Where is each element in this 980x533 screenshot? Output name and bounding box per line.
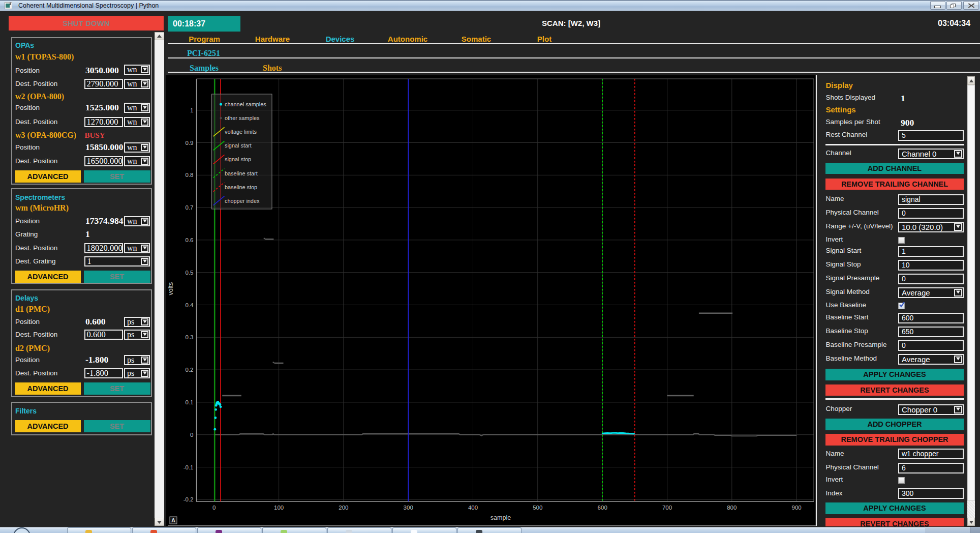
- svg-text:0.8: 0.8: [186, 172, 194, 178]
- svg-text:voltage limits: voltage limits: [225, 129, 257, 135]
- svg-text:volts: volts: [167, 282, 174, 295]
- svg-text:signal start: signal start: [225, 142, 252, 149]
- svg-text:sample: sample: [491, 514, 511, 521]
- svg-text:0.6: 0.6: [186, 237, 194, 243]
- svg-text:0: 0: [190, 432, 193, 438]
- svg-text:300: 300: [404, 505, 413, 511]
- svg-text:0.1: 0.1: [186, 399, 194, 405]
- svg-text:channel samples: channel samples: [225, 101, 266, 107]
- svg-text:600: 600: [598, 505, 607, 511]
- svg-text:signal stop: signal stop: [225, 156, 251, 162]
- svg-text:900: 900: [792, 505, 802, 511]
- svg-text:800: 800: [727, 505, 737, 511]
- svg-text:baseline stop: baseline stop: [225, 184, 257, 190]
- svg-text:100: 100: [274, 505, 284, 511]
- svg-text:-0.2: -0.2: [183, 496, 194, 502]
- svg-text:-0.1: -0.1: [183, 464, 194, 470]
- svg-text:500: 500: [533, 505, 542, 511]
- svg-text:0.4: 0.4: [186, 302, 194, 308]
- svg-text:0.2: 0.2: [186, 367, 194, 373]
- svg-text:0.9: 0.9: [186, 140, 194, 146]
- svg-text:200: 200: [339, 505, 348, 511]
- svg-text:0.7: 0.7: [186, 204, 194, 211]
- svg-text:other samples: other samples: [225, 115, 260, 121]
- svg-text:0.3: 0.3: [186, 334, 194, 340]
- svg-text:400: 400: [468, 505, 478, 511]
- svg-text:A: A: [171, 517, 175, 523]
- svg-text:baseline start: baseline start: [225, 170, 258, 176]
- svg-text:chopper index: chopper index: [225, 198, 260, 204]
- svg-text:700: 700: [662, 505, 672, 511]
- svg-text:1: 1: [190, 107, 193, 113]
- svg-text:0: 0: [212, 505, 216, 511]
- svg-text:0.5: 0.5: [186, 270, 194, 276]
